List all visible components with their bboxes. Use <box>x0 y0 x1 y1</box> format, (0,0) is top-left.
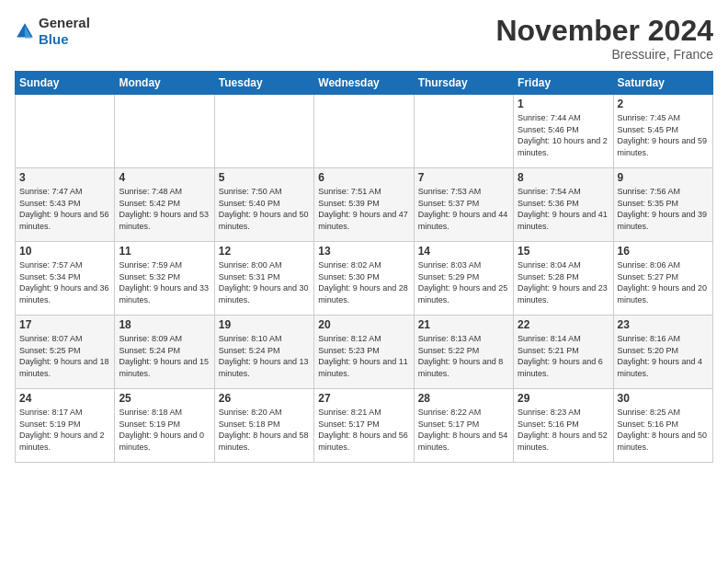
table-row: 28Sunrise: 8:22 AM Sunset: 5:17 PM Dayli… <box>414 389 513 463</box>
table-row: 6Sunrise: 7:51 AM Sunset: 5:39 PM Daylig… <box>314 168 414 242</box>
logo-general: General <box>39 15 90 30</box>
table-row: 30Sunrise: 8:25 AM Sunset: 5:16 PM Dayli… <box>613 389 712 463</box>
day-number: 12 <box>219 245 310 258</box>
day-info: Sunrise: 7:59 AM Sunset: 5:32 PM Dayligh… <box>119 259 210 305</box>
day-number: 23 <box>618 318 709 331</box>
day-info: Sunrise: 8:00 AM Sunset: 5:31 PM Dayligh… <box>219 259 310 305</box>
title-area: November 2024 Bressuire, France <box>495 15 713 62</box>
day-info: Sunrise: 8:04 AM Sunset: 5:28 PM Dayligh… <box>518 259 609 305</box>
table-row: 9Sunrise: 7:56 AM Sunset: 5:35 PM Daylig… <box>613 168 712 242</box>
header-monday: Monday <box>115 72 214 95</box>
table-row <box>115 95 214 168</box>
table-row: 24Sunrise: 8:17 AM Sunset: 5:19 PM Dayli… <box>16 389 115 463</box>
table-row: 26Sunrise: 8:20 AM Sunset: 5:18 PM Dayli… <box>214 389 313 463</box>
day-info: Sunrise: 8:02 AM Sunset: 5:30 PM Dayligh… <box>318 259 409 305</box>
calendar-page: General Blue November 2024 Bressuire, Fr… <box>0 0 728 563</box>
table-row: 19Sunrise: 8:10 AM Sunset: 5:24 PM Dayli… <box>214 316 313 389</box>
day-info: Sunrise: 8:14 AM Sunset: 5:21 PM Dayligh… <box>518 333 609 379</box>
day-number: 7 <box>418 171 509 184</box>
calendar-week-row: 24Sunrise: 8:17 AM Sunset: 5:19 PM Dayli… <box>16 389 713 463</box>
header-tuesday: Tuesday <box>214 72 313 95</box>
header-friday: Friday <box>514 72 613 95</box>
day-info: Sunrise: 8:13 AM Sunset: 5:22 PM Dayligh… <box>418 333 509 379</box>
table-row: 17Sunrise: 8:07 AM Sunset: 5:25 PM Dayli… <box>16 316 115 389</box>
day-number: 8 <box>518 171 609 184</box>
table-row: 2Sunrise: 7:45 AM Sunset: 5:45 PM Daylig… <box>613 95 712 168</box>
day-info: Sunrise: 8:10 AM Sunset: 5:24 PM Dayligh… <box>219 333 310 379</box>
calendar-week-row: 3Sunrise: 7:47 AM Sunset: 5:43 PM Daylig… <box>16 168 713 242</box>
table-row: 5Sunrise: 7:50 AM Sunset: 5:40 PM Daylig… <box>214 168 313 242</box>
location: Bressuire, France <box>495 47 713 62</box>
day-number: 13 <box>318 245 409 258</box>
header-saturday: Saturday <box>613 72 712 95</box>
logo: General Blue <box>15 15 90 48</box>
day-info: Sunrise: 7:53 AM Sunset: 5:37 PM Dayligh… <box>418 186 509 232</box>
day-number: 27 <box>318 392 409 405</box>
day-number: 22 <box>518 318 609 331</box>
calendar-header-row: Sunday Monday Tuesday Wednesday Thursday… <box>16 72 713 95</box>
table-row: 25Sunrise: 8:18 AM Sunset: 5:19 PM Dayli… <box>115 389 214 463</box>
day-number: 29 <box>518 392 609 405</box>
table-row: 22Sunrise: 8:14 AM Sunset: 5:21 PM Dayli… <box>514 316 613 389</box>
day-info: Sunrise: 8:06 AM Sunset: 5:27 PM Dayligh… <box>618 259 709 305</box>
day-info: Sunrise: 8:16 AM Sunset: 5:20 PM Dayligh… <box>618 333 709 379</box>
day-number: 16 <box>618 245 709 258</box>
day-number: 15 <box>518 245 609 258</box>
day-info: Sunrise: 8:03 AM Sunset: 5:29 PM Dayligh… <box>418 259 509 305</box>
day-info: Sunrise: 8:25 AM Sunset: 5:16 PM Dayligh… <box>618 407 709 453</box>
table-row <box>16 95 115 168</box>
table-row: 10Sunrise: 7:57 AM Sunset: 5:34 PM Dayli… <box>16 242 115 316</box>
day-number: 5 <box>219 171 310 184</box>
day-number: 1 <box>518 98 609 110</box>
day-number: 14 <box>418 245 509 258</box>
day-info: Sunrise: 7:48 AM Sunset: 5:42 PM Dayligh… <box>119 186 210 232</box>
day-info: Sunrise: 8:07 AM Sunset: 5:25 PM Dayligh… <box>19 333 110 379</box>
header-thursday: Thursday <box>414 72 513 95</box>
day-number: 3 <box>19 171 110 184</box>
table-row: 14Sunrise: 8:03 AM Sunset: 5:29 PM Dayli… <box>414 242 513 316</box>
table-row: 27Sunrise: 8:21 AM Sunset: 5:17 PM Dayli… <box>314 389 414 463</box>
day-number: 28 <box>418 392 509 405</box>
calendar-week-row: 1Sunrise: 7:44 AM Sunset: 5:46 PM Daylig… <box>16 95 713 168</box>
day-info: Sunrise: 7:50 AM Sunset: 5:40 PM Dayligh… <box>219 186 310 232</box>
day-number: 24 <box>19 392 110 405</box>
day-info: Sunrise: 7:56 AM Sunset: 5:35 PM Dayligh… <box>618 186 709 232</box>
day-info: Sunrise: 8:22 AM Sunset: 5:17 PM Dayligh… <box>418 407 509 453</box>
table-row: 20Sunrise: 8:12 AM Sunset: 5:23 PM Dayli… <box>314 316 414 389</box>
month-title: November 2024 <box>495 15 713 47</box>
day-number: 26 <box>219 392 310 405</box>
table-row: 21Sunrise: 8:13 AM Sunset: 5:22 PM Dayli… <box>414 316 513 389</box>
calendar-week-row: 17Sunrise: 8:07 AM Sunset: 5:25 PM Dayli… <box>16 316 713 389</box>
day-info: Sunrise: 8:21 AM Sunset: 5:17 PM Dayligh… <box>318 407 409 453</box>
table-row <box>414 95 513 168</box>
day-number: 25 <box>119 392 210 405</box>
day-info: Sunrise: 7:47 AM Sunset: 5:43 PM Dayligh… <box>19 186 110 232</box>
table-row: 4Sunrise: 7:48 AM Sunset: 5:42 PM Daylig… <box>115 168 214 242</box>
header-wednesday: Wednesday <box>314 72 414 95</box>
table-row: 8Sunrise: 7:54 AM Sunset: 5:36 PM Daylig… <box>514 168 613 242</box>
table-row <box>314 95 414 168</box>
table-row: 18Sunrise: 8:09 AM Sunset: 5:24 PM Dayli… <box>115 316 214 389</box>
day-info: Sunrise: 8:20 AM Sunset: 5:18 PM Dayligh… <box>219 407 310 453</box>
day-info: Sunrise: 7:51 AM Sunset: 5:39 PM Dayligh… <box>318 186 409 232</box>
table-row: 16Sunrise: 8:06 AM Sunset: 5:27 PM Dayli… <box>613 242 712 316</box>
day-number: 18 <box>119 318 210 331</box>
day-number: 30 <box>618 392 709 405</box>
table-row: 3Sunrise: 7:47 AM Sunset: 5:43 PM Daylig… <box>16 168 115 242</box>
day-number: 10 <box>19 245 110 258</box>
table-row: 29Sunrise: 8:23 AM Sunset: 5:16 PM Dayli… <box>514 389 613 463</box>
day-info: Sunrise: 8:09 AM Sunset: 5:24 PM Dayligh… <box>119 333 210 379</box>
day-number: 21 <box>418 318 509 331</box>
table-row: 1Sunrise: 7:44 AM Sunset: 5:46 PM Daylig… <box>514 95 613 168</box>
day-info: Sunrise: 7:54 AM Sunset: 5:36 PM Dayligh… <box>518 186 609 232</box>
table-row: 11Sunrise: 7:59 AM Sunset: 5:32 PM Dayli… <box>115 242 214 316</box>
day-number: 9 <box>618 171 709 184</box>
day-info: Sunrise: 8:17 AM Sunset: 5:19 PM Dayligh… <box>19 407 110 453</box>
table-row <box>214 95 313 168</box>
calendar-table: Sunday Monday Tuesday Wednesday Thursday… <box>15 71 713 463</box>
day-info: Sunrise: 7:57 AM Sunset: 5:34 PM Dayligh… <box>19 259 110 305</box>
table-row: 12Sunrise: 8:00 AM Sunset: 5:31 PM Dayli… <box>214 242 313 316</box>
table-row: 15Sunrise: 8:04 AM Sunset: 5:28 PM Dayli… <box>514 242 613 316</box>
day-number: 20 <box>318 318 409 331</box>
day-info: Sunrise: 7:44 AM Sunset: 5:46 PM Dayligh… <box>518 112 609 158</box>
